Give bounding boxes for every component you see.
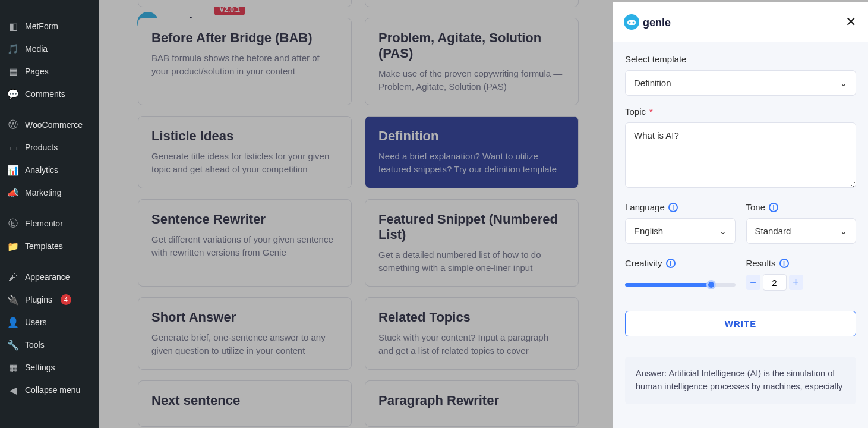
sidebar-item-settings[interactable]: ▦ Settings (0, 356, 99, 379)
panel-body: Select template Definition ⌄ Topic* What… (613, 42, 868, 428)
chevron-down-icon: ⌄ (840, 226, 847, 236)
sidebar-item-media[interactable]: 🎵 Media (0, 37, 99, 60)
topic-input[interactable]: What is AI? (625, 122, 856, 188)
settings-icon: ▦ (7, 361, 19, 373)
sidebar-item-metform[interactable]: ◧ MetForm (0, 15, 99, 37)
sidebar-item-woocommerce[interactable]: Ⓦ WooCommerce (0, 114, 99, 136)
select-template-dropdown[interactable]: Definition ⌄ (625, 70, 856, 96)
template-card[interactable]: Short AnswerGenerate brief, one-sentence… (138, 297, 352, 370)
tools-icon: 🔧 (7, 339, 19, 351)
sidebar-item-collapse[interactable]: ◀ Collapse menu (0, 379, 99, 401)
template-card[interactable]: Paragraph Rewriter (365, 380, 579, 427)
plugins-icon: 🔌 (7, 294, 19, 306)
sidebar-label: Appearance (25, 272, 70, 282)
sidebar-item-comments[interactable]: 💬 Comments (0, 83, 99, 105)
card-title: Listicle Ideas (151, 128, 338, 144)
tone-dropdown[interactable]: Standard ⌄ (746, 218, 857, 244)
card-desc: Stuck with your content? Input a paragra… (378, 331, 565, 357)
card-desc: Generate brief, one-sentence answer to a… (151, 331, 338, 357)
sidebar-item-elementor[interactable]: Ⓔ Elementor (0, 212, 99, 235)
card-desc: BAB formula shows the before and after o… (151, 52, 338, 78)
sidebar-label: Pages (25, 67, 49, 76)
svg-rect-7 (627, 20, 636, 25)
card-desc: Get different variations of your given s… (151, 233, 338, 259)
template-card[interactable]: Sentence RewriterGet different variation… (138, 199, 352, 287)
sidebar-label: MetForm (25, 21, 58, 31)
comments-icon: 💬 (7, 88, 19, 100)
template-card[interactable]: Problem, Agitate, Solution (PAS)Make use… (365, 18, 579, 106)
template-card[interactable]: Listicle IdeasGenerate title ideas for l… (138, 116, 352, 188)
svg-text:genie: genie (643, 17, 671, 29)
products-icon: ▭ (7, 141, 19, 153)
template-card-partial[interactable]: that ranks (138, 0, 352, 7)
template-card[interactable]: Featured Snippet (Numbered List)Get a de… (365, 199, 579, 287)
sidebar-label: Elementor (25, 219, 63, 228)
media-icon: 🎵 (7, 43, 19, 55)
sidebar-item-pages[interactable]: ▤ Pages (0, 60, 99, 83)
select-template-label: Select template (625, 54, 856, 64)
sidebar-item-marketing[interactable]: 📣 Marketing (0, 181, 99, 204)
card-desc: Generate title ideas for listicles for y… (151, 150, 338, 176)
results-input[interactable] (763, 274, 787, 291)
sidebar-item-plugins[interactable]: 🔌 Plugins 4 (0, 288, 99, 311)
card-desc: Make use of the proven copywriting formu… (378, 67, 565, 93)
sidebar-item-products[interactable]: ▭ Products (0, 136, 99, 159)
sidebar-label: Analytics (25, 165, 58, 175)
card-title: Short Answer (151, 310, 338, 325)
sidebar-item-users[interactable]: 👤 Users (0, 311, 99, 333)
close-panel-button[interactable]: ✕ (845, 14, 856, 30)
metform-icon: ◧ (7, 20, 19, 32)
sidebar-label: Users (25, 317, 47, 327)
template-card[interactable]: DefinitionNeed a brief explanation? Want… (365, 116, 579, 188)
plugins-badge: 4 (61, 294, 71, 305)
language-value: English (634, 226, 663, 236)
tone-value: Standard (755, 226, 791, 236)
card-title: Paragraph Rewriter (378, 393, 565, 408)
sidebar-item-analytics[interactable]: 📊 Analytics (0, 159, 99, 181)
genie-side-panel: genie ✕ Select template Definition ⌄ Top… (613, 2, 868, 428)
results-plus-button[interactable]: + (789, 275, 803, 290)
sidebar-label: Marketing (25, 188, 61, 197)
info-icon[interactable]: i (666, 259, 676, 268)
svg-point-9 (633, 21, 635, 23)
card-title: Featured Snippet (Numbered List) (378, 212, 565, 243)
pages-icon: ▤ (7, 65, 19, 77)
template-card[interactable]: Before After Bridge (BAB)BAB formula sho… (138, 18, 352, 106)
sidebar-item-tools[interactable]: 🔧 Tools (0, 333, 99, 356)
results-label: Results i (746, 258, 857, 268)
write-button[interactable]: WRITE (625, 311, 856, 336)
language-label: Language i (625, 202, 736, 212)
generated-result: Answer: Artificial Intelligence (AI) is … (625, 357, 856, 404)
collapse-icon: ◀ (7, 384, 19, 396)
info-icon[interactable]: i (668, 203, 678, 212)
templates-icon: 📁 (7, 240, 19, 252)
card-title: Before After Bridge (BAB) (151, 30, 338, 46)
woocommerce-icon: Ⓦ (7, 119, 19, 131)
template-card-partial[interactable] (365, 0, 579, 7)
wp-admin-sidebar: ◧ MetForm 🎵 Media ▤ Pages 💬 Comments Ⓦ W… (0, 0, 99, 428)
results-minus-button[interactable]: − (746, 275, 760, 290)
slider-knob[interactable] (706, 280, 716, 289)
appearance-icon: 🖌 (7, 271, 19, 283)
sidebar-label: Plugins (25, 295, 52, 304)
creativity-slider[interactable] (625, 283, 736, 287)
template-card[interactable]: Related TopicsStuck with your content? I… (365, 297, 579, 370)
panel-header: genie ✕ (613, 2, 868, 42)
sidebar-label: WooCommerce (25, 120, 83, 130)
template-card[interactable]: Next sentence (138, 380, 352, 427)
sidebar-label: Media (25, 44, 48, 54)
sidebar-label: Collapse menu (25, 385, 80, 395)
sidebar-label: Tools (25, 340, 45, 350)
info-icon[interactable]: i (779, 259, 789, 268)
sidebar-item-appearance[interactable]: 🖌 Appearance (0, 266, 99, 288)
creativity-label: Creativity i (625, 258, 736, 268)
info-icon[interactable]: i (769, 203, 778, 212)
users-icon: 👤 (7, 316, 19, 328)
language-dropdown[interactable]: English ⌄ (625, 218, 736, 244)
chevron-down-icon: ⌄ (840, 78, 847, 88)
card-title: Sentence Rewriter (151, 212, 338, 227)
sidebar-item-templates[interactable]: 📁 Templates (0, 235, 99, 257)
card-desc: Get a detailed numbered list of how to d… (378, 248, 565, 275)
card-title: Definition (378, 128, 565, 144)
topic-label: Topic* (625, 106, 856, 117)
